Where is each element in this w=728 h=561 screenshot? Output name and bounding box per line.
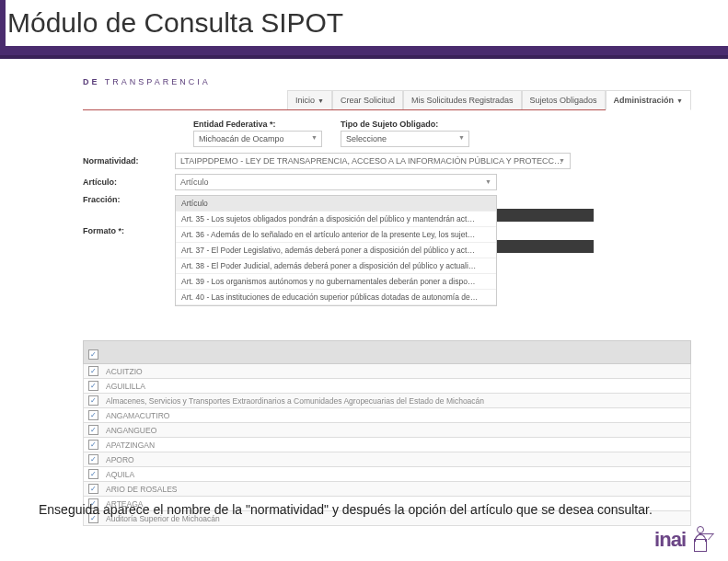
checkbox[interactable]: ✓ xyxy=(88,440,98,450)
articulo-select[interactable]: Artículo xyxy=(175,174,497,190)
brand-text: DE TRANSPARENCIA xyxy=(83,77,691,86)
checkbox[interactable]: ✓ xyxy=(88,366,98,376)
list-item: ✓ANGAMACUTIRO xyxy=(83,408,691,423)
list-item-label: ANGANGUEO xyxy=(106,426,156,435)
list-item-label: AGUILILLA xyxy=(106,382,145,391)
nav-tabs: Inicio▼ Crear Solicitud Mis Solicitudes … xyxy=(83,90,691,110)
chevron-down-icon: ▼ xyxy=(318,97,324,104)
dropdown-option[interactable]: Art. 35 - Los sujetos obligados pondrán … xyxy=(176,212,496,227)
tab-sujetos-obligados[interactable]: Sujetos Obligados xyxy=(522,90,606,109)
checkbox[interactable]: ✓ xyxy=(88,425,98,435)
list-item-label: APATZINGAN xyxy=(106,441,155,450)
list-item-label: APORO xyxy=(106,455,134,464)
footer-caption: Enseguida aparece el nombre de la "norma… xyxy=(39,501,654,520)
fraccion-label: Fracción: xyxy=(83,195,166,204)
tab-inicio[interactable]: Inicio▼ xyxy=(287,90,332,109)
checkbox[interactable]: ✓ xyxy=(88,410,98,420)
chevron-down-icon: ▼ xyxy=(559,157,565,164)
articulo-label: Artículo: xyxy=(83,177,166,187)
list-item: ✓ACUITZIO xyxy=(83,364,691,379)
screenshot-content: DE TRANSPARENCIA Inicio▼ Crear Solicitud… xyxy=(0,59,728,526)
slide-header: Módulo de Consulta SIPOT xyxy=(0,0,728,59)
list-item: ✓ANGANGUEO xyxy=(83,423,691,438)
slide-title: Módulo de Consulta SIPOT xyxy=(6,0,728,46)
chevron-down-icon: ▼ xyxy=(458,134,465,141)
entidad-select[interactable]: Michoacán de Ocampo xyxy=(193,131,322,147)
list-item-label: Almacenes, Servicios y Transportes Extra… xyxy=(106,396,484,406)
list-item: ✓AQUILA xyxy=(83,467,691,482)
list-item-label: ANGAMACUTIRO xyxy=(106,411,169,420)
formato-label: Formato *: xyxy=(83,226,166,235)
chevron-down-icon: ▼ xyxy=(676,97,683,104)
checkbox-all[interactable]: ✓ xyxy=(88,349,98,360)
chevron-down-icon: ▼ xyxy=(485,178,491,185)
list-item: ✓Almacenes, Servicios y Transportes Extr… xyxy=(83,394,691,408)
list-item: ✓APATZINGAN xyxy=(83,438,691,452)
dropdown-option[interactable]: Art. 38 - El Poder Judicial, además debe… xyxy=(176,258,496,274)
dropdown-option[interactable]: Art. 39 - Los organismos autónomos y no … xyxy=(176,274,496,290)
inai-icon xyxy=(689,526,711,552)
list-item-label: ACUITZIO xyxy=(106,367,143,376)
dropdown-option[interactable]: Art. 40 - Las instituciones de educación… xyxy=(176,290,496,305)
dropdown-option[interactable]: Artículo xyxy=(176,196,496,212)
checkbox[interactable]: ✓ xyxy=(88,395,98,406)
normatividad-select[interactable]: LTAIPPDPEMO - LEY DE TRANSAPRENCIA, ACCE… xyxy=(175,153,571,169)
checkbox[interactable]: ✓ xyxy=(88,454,98,464)
tab-crear-solicitud[interactable]: Crear Solicitud xyxy=(332,90,403,109)
dropdown-option[interactable]: Art. 37 - El Poder Legislativo, además d… xyxy=(176,243,496,258)
list-item: ✓APORO xyxy=(83,452,691,467)
tipo-label: Tipo de Sujeto Obligado: xyxy=(341,120,469,129)
tipo-select[interactable]: Seleccione xyxy=(341,131,469,147)
articulo-dropdown: ArtículoArt. 35 - Los sujetos obligados … xyxy=(175,195,497,306)
entidad-label: Entidad Federativa *: xyxy=(193,120,322,129)
checkbox[interactable]: ✓ xyxy=(88,469,98,479)
chevron-down-icon: ▼ xyxy=(311,134,318,141)
inai-logo: inai xyxy=(654,526,711,552)
checkbox[interactable]: ✓ xyxy=(88,484,98,494)
checklist-header: ✓ xyxy=(83,340,691,364)
form-row-top: Entidad Federativa *: Michoacán de Ocamp… xyxy=(193,120,691,147)
checkbox[interactable]: ✓ xyxy=(88,381,98,391)
list-item-label: AQUILA xyxy=(106,470,134,479)
checklist: ✓ ✓ACUITZIO✓AGUILILLA✓Almacenes, Servici… xyxy=(83,340,691,526)
tab-administracion[interactable]: Administración ▼ xyxy=(606,90,691,110)
list-item-label: ARIO DE ROSALES xyxy=(106,485,177,494)
tab-mis-solicitudes[interactable]: Mis Solicitudes Registradas xyxy=(403,90,522,109)
normatividad-label: Normatividad: xyxy=(83,156,166,166)
list-item: ✓ARIO DE ROSALES xyxy=(83,482,691,497)
list-item: ✓AGUILILLA xyxy=(83,379,691,394)
dropdown-option[interactable]: Art. 36 - Además de lo señalado en el ar… xyxy=(176,227,496,243)
